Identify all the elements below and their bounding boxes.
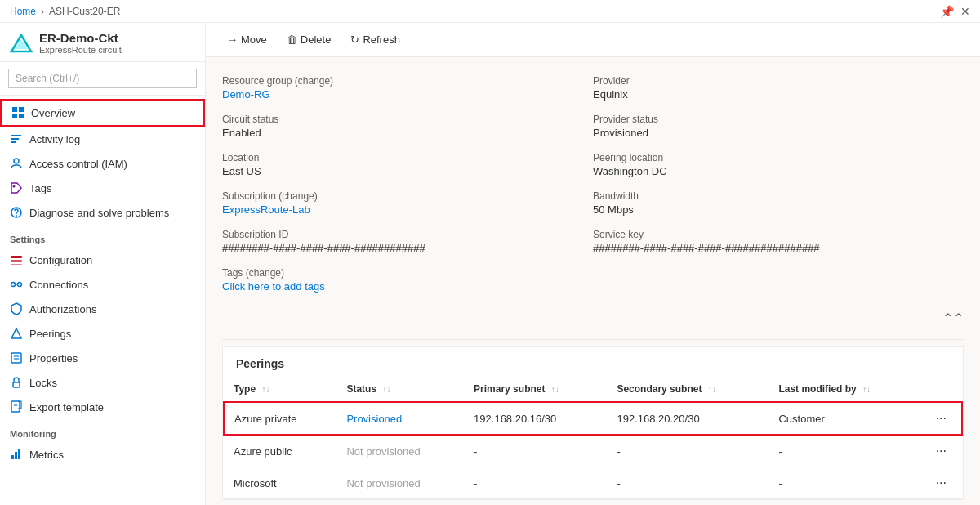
main-content: → Move 🗑 Delete ↻ Refresh Resource group… — [206, 23, 980, 505]
peerings-title: Peerings — [223, 347, 963, 377]
sidebar-item-locks[interactable]: Locks — [0, 370, 205, 395]
sidebar-item-configuration[interactable]: Configuration — [0, 248, 205, 272]
move-button[interactable]: → Move — [219, 29, 275, 50]
provider-status-value: Provisioned — [593, 127, 954, 139]
sidebar-item-export-template-label: Export template — [29, 401, 104, 413]
authorizations-icon — [10, 302, 23, 315]
service-key-value: ########-####-####-####-################ — [593, 242, 954, 254]
svg-point-9 — [14, 159, 19, 163]
azure-public-actions: ··· — [921, 435, 962, 467]
sidebar-item-overview-label: Overview — [31, 107, 75, 119]
toolbar: → Move 🗑 Delete ↻ Refresh — [206, 23, 980, 57]
delete-button[interactable]: 🗑 Delete — [278, 29, 340, 50]
svg-rect-5 — [19, 114, 24, 118]
move-icon: → — [227, 34, 238, 46]
sidebar: ER-Demo-Ckt ExpressRoute circuit Overvie… — [0, 23, 206, 505]
svg-rect-7 — [11, 138, 19, 140]
svg-rect-6 — [11, 135, 21, 136]
azure-public-status: Not provisioned — [336, 435, 464, 467]
service-key-cell: Service key ########-####-####-####-####… — [593, 224, 964, 262]
svg-point-17 — [18, 283, 22, 287]
app-logo-icon — [10, 32, 33, 55]
bandwidth-cell: Bandwidth 50 Mbps — [593, 185, 964, 224]
microsoft-type: Microsoft — [224, 467, 336, 499]
resource-group-value[interactable]: Demo-RG — [222, 88, 270, 101]
breadcrumb-home[interactable]: Home — [10, 6, 36, 17]
location-label: Location — [222, 152, 583, 163]
sidebar-item-access-control-label: Access control (IAM) — [29, 158, 127, 170]
app-subtitle: ExpressRoute circuit — [39, 45, 122, 55]
azure-private-actions: ··· — [921, 402, 962, 435]
sidebar-item-overview[interactable]: Overview — [0, 99, 205, 127]
svg-rect-15 — [11, 264, 22, 265]
sort-type-icon: ↑↓ — [261, 385, 270, 394]
breadcrumb-separator: › — [41, 6, 44, 17]
location-value: East US — [222, 165, 583, 177]
sidebar-item-metrics[interactable]: Metrics — [0, 442, 205, 467]
sidebar-item-diagnose[interactable]: Diagnose and solve problems — [0, 200, 205, 225]
tags-link[interactable]: Click here to add tags — [222, 280, 325, 293]
sidebar-item-export-template[interactable]: Export template — [0, 395, 205, 419]
svg-rect-28 — [18, 449, 20, 459]
peerings-icon — [10, 327, 23, 340]
properties-icon — [10, 351, 23, 364]
provider-cell: Provider Equinix — [593, 70, 964, 109]
col-actions — [921, 377, 962, 402]
azure-public-secondary: - — [607, 435, 768, 467]
svg-rect-13 — [11, 256, 22, 258]
sidebar-item-tags[interactable]: Tags — [0, 176, 205, 200]
sidebar-item-activity-log[interactable]: Activity log — [0, 127, 205, 151]
sidebar-item-connections[interactable]: Connections — [0, 272, 205, 297]
svg-rect-20 — [11, 353, 21, 363]
sort-modified-icon: ↑↓ — [862, 385, 871, 394]
col-last-modified[interactable]: Last modified by ↑↓ — [768, 377, 920, 402]
svg-rect-14 — [11, 260, 22, 262]
col-type[interactable]: Type ↑↓ — [224, 377, 336, 402]
search-input[interactable] — [8, 69, 197, 88]
provider-status-cell: Provider status Provisioned — [593, 109, 964, 147]
table-row-azure-private: Azure private Provisioned 192.168.20.16/… — [224, 402, 962, 435]
col-secondary-subnet[interactable]: Secondary subnet ↑↓ — [607, 377, 768, 402]
app-title: ER-Demo-Ckt — [39, 31, 122, 45]
azure-public-type: Azure public — [224, 435, 336, 467]
sidebar-item-properties-label: Properties — [29, 352, 78, 364]
locks-icon — [10, 376, 23, 389]
table-row-microsoft: Microsoft Not provisioned - - - ··· — [224, 467, 962, 499]
connections-icon — [10, 278, 23, 291]
provider-status-label: Provider status — [593, 114, 954, 125]
svg-rect-4 — [12, 114, 17, 118]
collapse-bar: ⌃⌃ — [222, 307, 964, 333]
sort-status-icon: ↑↓ — [382, 385, 390, 394]
peerings-section: Peerings Type ↑↓ Status ↑↓ — [222, 346, 964, 500]
sidebar-search-container — [0, 62, 205, 96]
azure-private-type: Azure private — [224, 402, 336, 435]
metrics-icon — [10, 448, 23, 461]
pin-icon[interactable]: 📌 — [940, 5, 954, 18]
svg-rect-23 — [13, 382, 20, 387]
peerings-table: Type ↑↓ Status ↑↓ Primary subnet ↑↓ — [223, 377, 963, 499]
close-icon[interactable]: ✕ — [960, 5, 970, 18]
refresh-icon: ↻ — [350, 34, 359, 46]
settings-section-label: Settings — [0, 225, 205, 248]
svg-rect-3 — [19, 107, 24, 112]
breadcrumb: Home › ASH-Cust20-ER 📌 ✕ — [0, 0, 980, 23]
resource-group-label: Resource group (change) — [222, 75, 583, 87]
diagnose-icon — [10, 206, 23, 219]
svg-point-10 — [13, 185, 16, 188]
microsoft-ellipsis-button[interactable]: ··· — [931, 474, 951, 492]
sidebar-item-properties[interactable]: Properties — [0, 346, 205, 370]
content-area: Resource group (change) Demo-RG Provider… — [206, 57, 980, 505]
sidebar-item-authorizations[interactable]: Authorizations — [0, 297, 205, 321]
breadcrumb-current: ASH-Cust20-ER — [49, 6, 120, 17]
col-primary-subnet[interactable]: Primary subnet ↑↓ — [464, 377, 607, 402]
sidebar-item-peerings[interactable]: Peerings — [0, 321, 205, 346]
subscription-value[interactable]: ExpressRoute-Lab — [222, 203, 310, 216]
azure-public-ellipsis-button[interactable]: ··· — [931, 442, 951, 460]
col-status[interactable]: Status ↑↓ — [336, 377, 464, 402]
refresh-button[interactable]: ↻ Refresh — [342, 29, 408, 50]
info-grid: Resource group (change) Demo-RG Provider… — [222, 70, 964, 301]
sidebar-item-access-control[interactable]: Access control (IAM) — [0, 151, 205, 176]
azure-private-ellipsis-button[interactable]: ··· — [931, 409, 951, 427]
collapse-button[interactable]: ⌃⌃ — [942, 311, 964, 326]
subscription-label: Subscription (change) — [222, 190, 583, 202]
